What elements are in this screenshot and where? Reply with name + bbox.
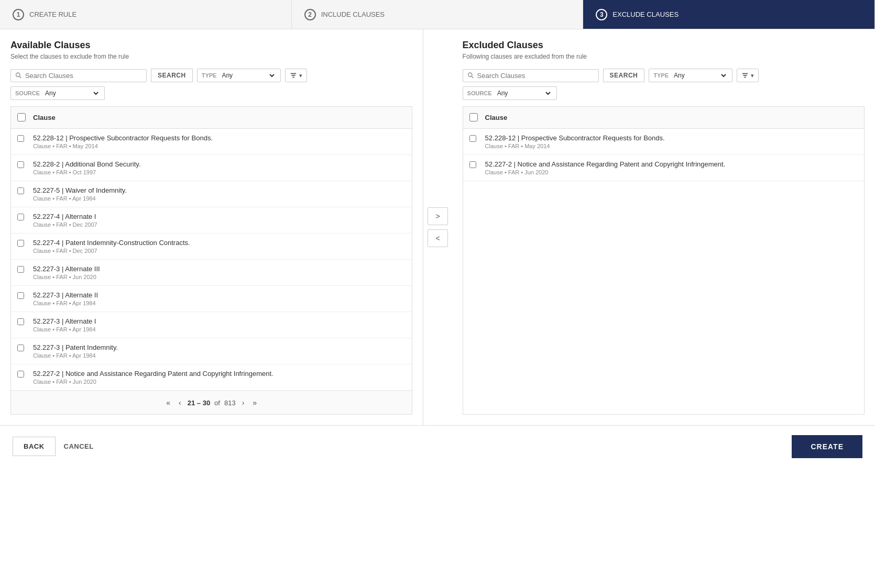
clause-meta: Clause • FAR • Jun 2020 — [33, 379, 406, 385]
right-source-row: SOURCE Any — [463, 86, 865, 100]
right-search-row: SEARCH TYPE Any ▾ — [463, 69, 865, 82]
table-row: 52.228-2 | Additional Bond Security. Cla… — [11, 155, 412, 181]
row-checkbox[interactable] — [17, 371, 24, 378]
step-include-clauses[interactable]: 2 INCLUDE CLAUSES — [292, 0, 584, 29]
transfer-forward-button[interactable]: > — [428, 207, 447, 225]
row-checkbox[interactable] — [17, 161, 24, 168]
right-clause-rows: 52.228-12 | Prospective Subcontractor Re… — [463, 129, 864, 181]
left-source-row: SOURCE Any — [10, 86, 412, 100]
right-source-select[interactable]: Any — [495, 89, 552, 97]
step-exclude-clauses[interactable]: 3 EXCLUDE CLAUSES — [583, 0, 875, 29]
row-checkbox[interactable] — [17, 214, 24, 220]
step-label-1: CREATE RULE — [29, 10, 76, 18]
left-type-label: TYPE — [202, 72, 217, 79]
left-page-range: 21 – 30 — [188, 399, 210, 407]
svg-line-1 — [19, 76, 21, 78]
right-table-header: Clause — [463, 107, 864, 129]
left-last-page-button[interactable]: » — [250, 397, 259, 408]
left-search-wrap[interactable] — [10, 69, 147, 82]
left-select-all-checkbox[interactable] — [17, 113, 26, 121]
right-search-input[interactable] — [477, 72, 594, 80]
left-prev-page-button[interactable]: ‹ — [177, 397, 183, 408]
clause-meta: Clause • FAR • Oct 1997 — [33, 169, 406, 175]
clause-name: 52.227-3 | Alternate III — [33, 265, 406, 273]
stepper: 1 CREATE RULE 2 INCLUDE CLAUSES 3 EXCLUD… — [0, 0, 875, 29]
table-row: 52.228-12 | Prospective Subcontractor Re… — [11, 129, 412, 155]
clause-meta: Clause • FAR • Dec 2007 — [33, 221, 406, 228]
row-checkbox[interactable] — [17, 345, 24, 351]
svg-point-0 — [16, 73, 20, 76]
left-source-select[interactable]: Any — [43, 89, 100, 97]
row-checkbox[interactable] — [17, 292, 24, 299]
left-pagination: « ‹ 21 – 30 of 813 › » — [11, 391, 412, 414]
cancel-button[interactable]: CANCEL — [64, 442, 94, 450]
clause-meta: Clause • FAR • Apr 1984 — [33, 300, 406, 306]
clause-name: 52.227-3 | Alternate I — [33, 317, 406, 325]
clause-name: 52.227-4 | Patent Indemnity-Construction… — [33, 239, 406, 247]
clause-name: 52.227-5 | Waiver of Indemnity. — [33, 186, 406, 194]
right-search-wrap[interactable] — [463, 69, 599, 82]
clause-name: 52.227-2 | Notice and Assistance Regardi… — [485, 160, 858, 168]
step-label-2: INCLUDE CLAUSES — [321, 10, 385, 18]
step-create-rule[interactable]: 1 CREATE RULE — [0, 0, 292, 29]
right-search-button[interactable]: SEARCH — [603, 69, 645, 82]
right-source-label: SOURCE — [467, 90, 492, 96]
left-clause-table: Clause 52.228-12 | Prospective Subcontra… — [10, 106, 412, 415]
left-clause-column-header: Clause — [33, 114, 56, 121]
right-select-all-checkbox[interactable] — [469, 113, 478, 121]
right-type-filter[interactable]: TYPE Any — [649, 69, 732, 82]
left-search-button[interactable]: SEARCH — [151, 69, 193, 82]
row-checkbox[interactable] — [17, 318, 24, 325]
table-row: 52.227-4 | Alternate I Clause • FAR • De… — [11, 207, 412, 234]
excluded-clauses-subtitle: Following clauses are excluded from the … — [463, 53, 865, 60]
right-clause-table: Clause 52.228-12 | Prospective Subcontra… — [463, 106, 865, 415]
right-filter-icon — [741, 72, 749, 79]
clause-meta: Clause • FAR • May 2014 — [485, 143, 858, 149]
row-checkbox[interactable] — [469, 161, 476, 168]
clause-meta: Clause • FAR • Apr 1984 — [33, 326, 406, 332]
table-row: 52.227-3 | Alternate I Clause • FAR • Ap… — [11, 312, 412, 338]
clause-name: 52.227-4 | Alternate I — [33, 213, 406, 220]
row-checkbox[interactable] — [17, 187, 24, 194]
back-button[interactable]: BACK — [13, 437, 56, 456]
excluded-clauses-title: Excluded Clauses — [463, 40, 865, 51]
clause-meta: Clause • FAR • Jun 2020 — [33, 274, 406, 280]
left-table-header: Clause — [11, 107, 412, 129]
right-type-select[interactable]: Any — [672, 71, 728, 80]
panels-area: Available Clauses Select the clauses to … — [0, 29, 875, 425]
left-type-filter[interactable]: TYPE Any — [197, 69, 281, 82]
footer-left: BACK CANCEL — [13, 437, 94, 456]
table-row: 52.227-2 | Notice and Assistance Regardi… — [11, 364, 412, 391]
left-first-page-button[interactable]: « — [164, 397, 172, 408]
left-search-row: SEARCH TYPE Any ▾ — [10, 69, 412, 82]
clause-name: 52.228-2 | Additional Bond Security. — [33, 160, 406, 168]
transfer-column: > < — [423, 29, 452, 425]
left-type-select[interactable]: Any — [220, 71, 276, 80]
clause-meta: Clause • FAR • Apr 1984 — [33, 352, 406, 359]
svg-point-5 — [468, 73, 472, 76]
table-row: 52.227-5 | Waiver of Indemnity. Clause •… — [11, 181, 412, 207]
table-row: 52.227-3 | Alternate III Clause • FAR • … — [11, 260, 412, 286]
row-checkbox[interactable] — [17, 240, 24, 247]
left-next-page-button[interactable]: › — [240, 397, 247, 408]
transfer-back-button[interactable]: < — [428, 229, 447, 247]
table-row: 52.227-2 | Notice and Assistance Regardi… — [463, 155, 864, 181]
available-clauses-panel: Available Clauses Select the clauses to … — [0, 29, 423, 425]
row-checkbox[interactable] — [17, 266, 24, 273]
right-filter-button[interactable]: ▾ — [737, 69, 759, 82]
left-filter-chevron: ▾ — [299, 72, 302, 79]
row-checkbox[interactable] — [17, 135, 24, 142]
clause-name: 52.228-12 | Prospective Subcontractor Re… — [33, 134, 406, 142]
step-num-2: 2 — [304, 9, 316, 20]
left-source-filter[interactable]: SOURCE Any — [10, 86, 105, 100]
left-search-input[interactable] — [25, 72, 142, 80]
left-clause-rows: 52.228-12 | Prospective Subcontractor Re… — [11, 129, 412, 391]
left-page-of: of — [214, 399, 220, 407]
create-button[interactable]: CREATE — [792, 435, 862, 458]
row-checkbox[interactable] — [469, 135, 476, 142]
clause-meta: Clause • FAR • Apr 1984 — [33, 195, 406, 202]
table-row: 52.228-12 | Prospective Subcontractor Re… — [463, 129, 864, 155]
step-label-3: EXCLUDE CLAUSES — [612, 10, 679, 18]
right-source-filter[interactable]: SOURCE Any — [463, 86, 557, 100]
left-filter-button[interactable]: ▾ — [285, 69, 307, 82]
